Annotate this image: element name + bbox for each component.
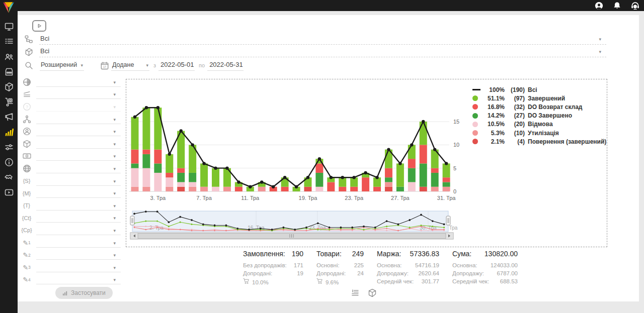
bar-segment[interactable] (443, 182, 450, 186)
data-point[interactable] (387, 148, 390, 151)
data-point[interactable] (341, 176, 344, 179)
bar-segment[interactable] (350, 187, 358, 191)
data-point[interactable] (295, 185, 298, 188)
bar-segment[interactable] (420, 163, 427, 186)
data-point[interactable] (225, 166, 228, 169)
category-select[interactable]: Всі (39, 33, 606, 45)
legend-item[interactable]: 100%(190)Всі (472, 85, 604, 94)
bar-segment[interactable] (131, 187, 139, 191)
bar-segment[interactable] (443, 187, 450, 191)
data-point[interactable] (433, 148, 436, 151)
bar-segment[interactable] (177, 182, 185, 186)
bar-segment[interactable] (420, 122, 427, 145)
sidebar-item-analytics[interactable] (0, 125, 18, 140)
navigator-handle-left[interactable] (130, 216, 134, 225)
legend-item[interactable]: 10.5%(20)Відмова (472, 120, 604, 129)
sidebar-item-partners[interactable] (0, 170, 18, 185)
app-logo[interactable] (2, 1, 15, 14)
bar-segment[interactable] (281, 187, 289, 191)
bar-segment[interactable] (385, 187, 392, 191)
sidebar-item-customers[interactable] (0, 49, 18, 64)
bar-segment[interactable] (223, 187, 231, 191)
run-report-button[interactable] (32, 20, 46, 32)
bar-segment[interactable] (177, 173, 185, 182)
date-field-select[interactable]: Додане (111, 59, 149, 71)
data-point[interactable] (364, 171, 367, 174)
bar-segment[interactable] (431, 168, 439, 173)
legend-item[interactable]: 16.8%(32)DO Возврат склад (472, 102, 604, 111)
bar-segment[interactable] (142, 108, 150, 149)
bar-segment[interactable] (431, 187, 439, 191)
data-point[interactable] (191, 143, 194, 146)
bar-segment[interactable] (396, 187, 404, 191)
filter-select-3[interactable] (36, 115, 121, 124)
bar-segment[interactable] (177, 187, 185, 191)
bar-segment[interactable] (443, 177, 450, 182)
filter-select-16[interactable] (36, 275, 121, 284)
bar-segment[interactable] (154, 163, 162, 173)
bar-segment[interactable] (166, 177, 173, 187)
bar-segment[interactable] (131, 117, 139, 150)
filter-select-7[interactable] (36, 164, 121, 173)
bar-segment[interactable] (189, 182, 196, 186)
legend-item[interactable]: 14.2%(27)DO Завершено (472, 112, 604, 120)
bar-segment[interactable] (408, 145, 416, 159)
bar-segment[interactable] (315, 163, 323, 173)
filter-select-8[interactable] (36, 176, 121, 186)
support-headset-icon[interactable] (630, 1, 640, 11)
bar-segment[interactable] (131, 168, 139, 187)
bar-segment[interactable] (166, 187, 173, 191)
bar-segment[interactable] (189, 173, 196, 182)
sidebar-item-products[interactable] (0, 79, 18, 94)
apply-button[interactable]: Застосувати (55, 287, 113, 299)
bar-segment[interactable] (189, 187, 196, 191)
data-point[interactable] (260, 180, 263, 183)
filter-select-1[interactable] (36, 89, 121, 99)
filter-select-15[interactable] (36, 263, 121, 272)
sidebar-item-info[interactable] (0, 155, 18, 170)
data-point[interactable] (145, 106, 148, 109)
bar-segment[interactable] (142, 150, 150, 154)
legend-item[interactable]: 2.1%(4)Повернення (завершений) (472, 137, 604, 146)
data-point[interactable] (422, 120, 425, 123)
data-point[interactable] (168, 153, 171, 156)
sidebar-item-supply[interactable] (0, 94, 18, 110)
data-point[interactable] (398, 162, 401, 165)
summary-list-icon[interactable] (351, 288, 360, 297)
filter-select-4[interactable] (36, 127, 121, 136)
products-cube-icon[interactable] (368, 288, 377, 297)
filter-select-5[interactable] (36, 139, 121, 149)
bar-segment[interactable] (304, 187, 311, 191)
bar-segment[interactable] (166, 173, 173, 177)
bar-segment[interactable] (431, 173, 439, 187)
bar-segment[interactable] (200, 187, 208, 191)
data-point[interactable] (237, 180, 240, 183)
sidebar-item-orders[interactable] (0, 34, 18, 49)
legend-item[interactable]: 51.1%(97)Завершений (472, 94, 604, 102)
sidebar-item-store[interactable] (0, 64, 18, 79)
filter-select-0[interactable] (36, 77, 121, 87)
bar-segment[interactable] (420, 187, 427, 191)
data-point[interactable] (283, 176, 286, 179)
bar-segment[interactable] (154, 150, 162, 164)
bar-segment[interactable] (385, 177, 392, 182)
bar-segment[interactable] (258, 187, 266, 191)
sidebar-item-dashboard[interactable] (0, 19, 18, 34)
data-point[interactable] (202, 162, 205, 165)
date-from-input[interactable]: 2022-05-01 (158, 59, 195, 71)
data-point[interactable] (445, 162, 448, 165)
bar-segment[interactable] (154, 108, 162, 149)
data-point[interactable] (272, 185, 275, 188)
sidebar-item-settings[interactable] (0, 140, 18, 155)
bar-segment[interactable] (443, 163, 450, 177)
sidebar-item-marketing[interactable] (0, 110, 18, 125)
bar-segment[interactable] (339, 187, 346, 191)
sidebar-item-video[interactable] (0, 185, 18, 200)
bar-segment[interactable] (200, 163, 208, 186)
data-point[interactable] (156, 106, 159, 109)
data-point[interactable] (330, 176, 333, 179)
legend-item[interactable]: 5.3%(10)Утилізація (472, 129, 604, 137)
filter-select-14[interactable] (36, 250, 121, 260)
bar-segment[interactable] (396, 163, 404, 186)
bar-segment[interactable] (212, 187, 219, 191)
